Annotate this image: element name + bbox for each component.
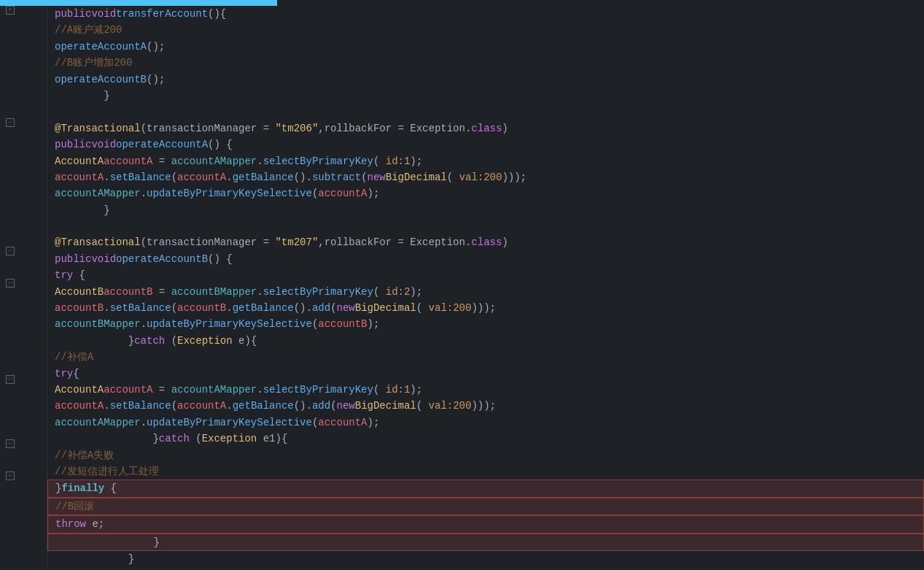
code-line: public void transferAccount(){ [47,6,924,22]
code-line: //A账户减200 [47,22,924,38]
code-line: @Transactional(transactionManager = "tm2… [47,120,924,136]
code-line: public void operateAccountA() { [47,136,924,153]
code-line: //补偿A [47,349,924,365]
code-line: } [47,567,924,570]
code-line: } [47,534,924,551]
code-line: public void operateAccountB() { [47,251,924,267]
code-line: accountAMapper.updateByPrimaryKeySelecti… [47,415,924,431]
code-editor: +−−−−−− public void transferAccount(){ /… [0,0,924,570]
code-line: accountA.setBalance(accountA.getBalance(… [47,169,924,185]
code-line: }catch (Exception e1){ [47,431,924,447]
gutter: +−−−−−− [0,6,47,570]
code-line: //B回滚 [47,498,924,515]
code-line: }catch (Exception e){ [47,333,924,349]
code-line: accountA.setBalance(accountA.getBalance(… [47,398,924,414]
code-line: }finally { [47,480,924,497]
fold-marker[interactable]: − [6,375,15,384]
code-line: @Transactional(transactionManager = "tm2… [47,234,924,250]
fold-marker[interactable]: − [6,439,15,448]
code-line: } [47,551,924,567]
code-line: accountAMapper.updateByPrimaryKeySelecti… [47,185,924,201]
code-line: AccountB accountB = accountBMapper.selec… [47,284,924,300]
code-line: throw e; [47,515,924,533]
fold-marker[interactable]: − [6,279,15,288]
code-line: //发短信进行人工处理 [47,463,924,480]
code-line [47,218,924,234]
code-line: AccountA accountA = accountAMapper.selec… [47,382,924,398]
code-container: +−−−−−− public void transferAccount(){ /… [0,6,924,570]
code-line: operateAccountB(); [47,72,924,88]
code-lines[interactable]: public void transferAccount(){ //A账户减200… [47,6,924,570]
code-line: AccountA accountA = accountAMapper.selec… [47,153,924,169]
code-line: accountB.setBalance(accountB.getBalance(… [47,300,924,316]
code-line: //补偿A失败 [47,447,924,463]
fold-marker[interactable]: − [6,118,15,127]
fold-marker[interactable]: − [6,247,15,255]
code-line: } [47,88,924,104]
top-progress-bar [0,0,924,6]
code-line: //B账户增加200 [47,55,924,71]
code-line: try { [47,267,924,283]
code-line: } [47,202,924,218]
code-line: try{ [47,366,924,382]
code-line: operateAccountA(); [47,39,924,55]
fold-marker[interactable]: − [6,471,15,480]
fold-marker[interactable]: + [6,6,15,15]
code-line [47,104,924,120]
code-line: accountBMapper.updateByPrimaryKeySelecti… [47,316,924,332]
